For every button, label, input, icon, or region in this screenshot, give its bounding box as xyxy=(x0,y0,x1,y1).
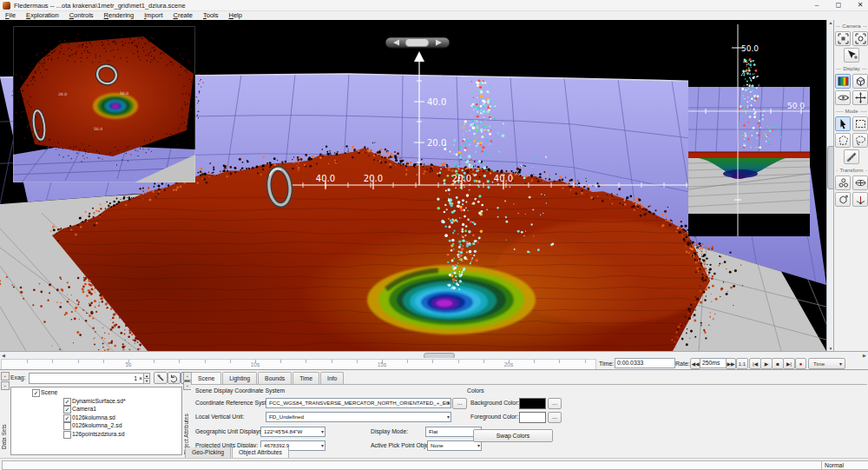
attributes-side-label[interactable]: Object Attributes xyxy=(183,394,189,455)
rate-reset-button[interactable]: 1:1 xyxy=(736,358,748,369)
background-color-swatch[interactable] xyxy=(519,398,546,409)
rate-value-field[interactable]: 250ms xyxy=(700,358,729,368)
tab-lighting[interactable]: Lighting xyxy=(222,372,257,385)
play-icon[interactable]: ▶ xyxy=(760,358,773,369)
ruler-tick xyxy=(332,360,332,363)
lvu-combo[interactable]: FD_Undefined▾ xyxy=(266,412,451,422)
axis-label: 50.0 xyxy=(787,102,805,110)
tree-checkbox[interactable]: ✓ xyxy=(63,398,71,406)
dock-buttons[interactable]: ▪ ▪ xyxy=(1,372,10,390)
tree-checkbox[interactable]: ✓ xyxy=(63,414,71,422)
menu-item-tools[interactable]: Tools xyxy=(198,11,224,20)
record-icon[interactable]: ● xyxy=(795,358,806,369)
axis-label: 50.0 xyxy=(741,44,759,53)
tree-item-label[interactable]: 0126kolumna.sd xyxy=(72,414,115,420)
exaggeration-slider[interactable] xyxy=(385,37,450,48)
axes-icon[interactable] xyxy=(852,192,868,207)
scene-tree: ✓Scene✓DynamicSurface.sd*✓Camera1✓0126ko… xyxy=(11,387,181,454)
shading-colormap-icon[interactable] xyxy=(835,74,851,89)
tree-checkbox[interactable]: ✓ xyxy=(32,389,40,397)
skip-end-icon[interactable]: ▶| xyxy=(783,358,795,369)
lvu-value: FD_Undefined xyxy=(269,414,304,420)
tree-checkbox[interactable] xyxy=(63,422,71,430)
datasets-side-label[interactable]: Data Sets xyxy=(1,397,7,449)
exag-input[interactable]: 1 × xyxy=(29,373,146,384)
ruler-tick xyxy=(230,360,231,363)
tree-item-label[interactable]: DynamicSurface.sd* xyxy=(72,398,126,404)
swap-colors-button[interactable]: Swap Colors xyxy=(473,429,553,442)
measure-icon[interactable] xyxy=(844,149,859,164)
rate-increase-icon[interactable]: ▶▶ xyxy=(726,358,736,369)
axis-label: 50.0 xyxy=(120,91,128,96)
scale-object-icon[interactable] xyxy=(852,175,868,190)
maximize-button[interactable]: ◻ xyxy=(829,0,848,10)
menu-item-import[interactable]: Import xyxy=(139,11,168,20)
menu-item-create[interactable]: Create xyxy=(168,11,198,20)
geo-combo[interactable]: 122°45'54.84"W▾ xyxy=(260,427,326,437)
ruler-tick xyxy=(357,360,358,363)
minimize-button[interactable]: – xyxy=(807,0,826,10)
move-object-icon[interactable] xyxy=(835,192,851,207)
tab-info[interactable]: Info xyxy=(320,372,344,385)
crs-browse-button[interactable]: ... xyxy=(452,398,467,409)
menu-item-controls[interactable]: Controls xyxy=(64,11,99,20)
pick-label: Active Pick Point Object: xyxy=(371,442,435,448)
crs-combo[interactable]: FCC_WGS84_TRANSVERSE_MERCATOR_NORTH_ORIE… xyxy=(266,398,451,408)
view-toolbar: Camera Display Mode xyxy=(833,20,868,351)
geo-label: Geographic Unit Displays: xyxy=(195,428,264,434)
inset-view-side[interactable]: 50.0 50.0 xyxy=(688,24,810,236)
menu-item-help[interactable]: Help xyxy=(224,11,247,20)
ruler-tick xyxy=(534,360,535,363)
chevron-down-icon: ▾ xyxy=(839,361,842,367)
scene-tree-panel[interactable]: ✓Scene✓DynamicSurface.sd*✓Camera1✓0126ko… xyxy=(10,387,182,455)
skip-start-icon[interactable]: |◀ xyxy=(749,358,761,369)
ruler-tick xyxy=(432,360,433,363)
ruler-tick xyxy=(559,360,560,363)
polygon-select-icon[interactable] xyxy=(835,133,851,148)
spin-view-icon[interactable] xyxy=(835,90,851,105)
title-bar[interactable]: Fledermaus -- ...ota krakena\1metr_grid\… xyxy=(0,0,868,11)
exag-spinner[interactable]: ▲ ▼ xyxy=(143,373,150,382)
tab-time[interactable]: Time xyxy=(293,372,319,385)
close-button[interactable]: ✕ xyxy=(851,0,868,10)
tree-checkbox[interactable] xyxy=(63,431,71,439)
ruler-tick xyxy=(78,360,79,363)
inset-view-top-left[interactable]: 20.0 50.0 50.0 xyxy=(12,26,204,182)
tree-item-label[interactable]: 0126kolumna_2.sd xyxy=(72,422,122,428)
tree-checkbox[interactable]: ✓ xyxy=(63,406,71,414)
dock-float-icon[interactable]: ▪ xyxy=(1,372,10,381)
rect-select-icon[interactable] xyxy=(852,116,868,131)
menu-item-exploration[interactable]: Exploration xyxy=(21,11,64,20)
lasso-select-icon[interactable] xyxy=(852,133,868,148)
wireframe-icon[interactable] xyxy=(852,74,868,89)
select-cursor-icon[interactable] xyxy=(835,116,851,131)
pick-point-icon[interactable] xyxy=(844,48,859,63)
time-value-field[interactable]: 0:00.0333 xyxy=(615,358,675,368)
tree-item-label[interactable]: Camera1 xyxy=(72,406,96,412)
background-color-browse-button[interactable]: ... xyxy=(548,398,562,409)
pan-view-icon[interactable] xyxy=(852,90,868,105)
tab-scene[interactable]: Scene xyxy=(191,372,221,385)
menu-item-file[interactable]: File xyxy=(0,11,21,20)
toolbar-section-label: Transform xyxy=(834,167,868,174)
stop-icon[interactable]: ■ xyxy=(772,358,784,369)
tab-bounds[interactable]: Bounds xyxy=(258,372,292,385)
tree-root-label[interactable]: Scene xyxy=(41,389,57,395)
tree-item-label[interactable]: 126pointszdziura.sd xyxy=(72,431,124,437)
spin-up-icon[interactable]: ▲ xyxy=(143,373,150,379)
foreground-color-swatch[interactable] xyxy=(519,412,546,423)
timeline-mode-dropdown[interactable]: Time ▾ xyxy=(808,358,845,369)
menu-item-rendering[interactable]: Rendering xyxy=(99,11,140,20)
zoom-extents-icon[interactable] xyxy=(835,31,851,46)
chevron-down-icon: ▾ xyxy=(321,441,324,450)
foreground-color-browse-button[interactable]: ... xyxy=(548,412,562,423)
exag-tool-button[interactable] xyxy=(154,372,168,384)
dock-close-icon[interactable]: ▪ xyxy=(1,381,10,390)
3d-viewport[interactable]: 40.0 20.0 40.0 20.0 20.0 40.0 20.0 50.0 … xyxy=(0,20,826,351)
rotate-object-icon[interactable] xyxy=(835,175,851,190)
toolbar-section-label: Mode xyxy=(834,108,868,115)
undo-icon[interactable] xyxy=(168,372,181,384)
spin-down-icon[interactable]: ▼ xyxy=(143,379,150,384)
ruler-tick xyxy=(27,360,28,363)
zoom-window-icon[interactable] xyxy=(852,31,868,46)
